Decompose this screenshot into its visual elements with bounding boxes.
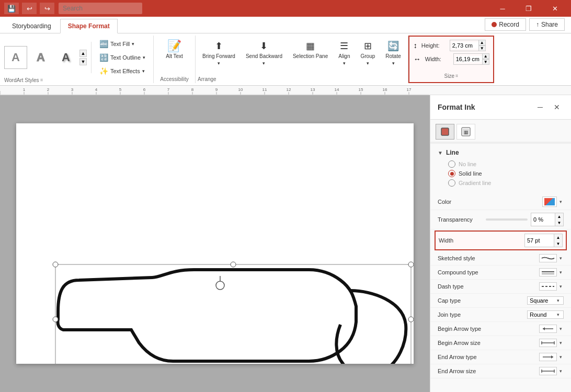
join-type-label: Join type: [438, 312, 527, 318]
close-button[interactable]: ✕: [543, 0, 567, 17]
search-input[interactable]: [59, 3, 142, 14]
svg-text:2: 2: [47, 87, 50, 92]
line-section-header[interactable]: ▼ Line: [438, 147, 564, 158]
transparency-down[interactable]: ▼: [555, 220, 563, 226]
color-box[interactable]: [542, 197, 557, 207]
selection-pane-button[interactable]: ▦ Selection Pane: [288, 38, 333, 62]
chevron-down-icon: ▾: [132, 41, 134, 47]
scroll-down-arrow[interactable]: ▼: [79, 58, 87, 65]
cap-type-select[interactable]: Square ▾: [527, 296, 564, 305]
transparency-input[interactable]: [531, 215, 555, 224]
line-section: ▼ Line No line Solid line Gradient line: [430, 144, 571, 194]
record-button[interactable]: Record: [485, 18, 526, 31]
end-arrow-size-label: End Arrow size: [438, 368, 539, 374]
width-input[interactable]: [456, 56, 482, 62]
begin-arrow-size-arrow[interactable]: ▾: [558, 340, 564, 345]
height-input[interactable]: [452, 42, 478, 49]
transparency-label: Transparency: [438, 216, 486, 223]
width-down[interactable]: ▼: [554, 240, 562, 247]
right-panel: Format Ink ─ ✕ ▦: [430, 95, 571, 392]
group-icon: ⊞: [364, 40, 372, 52]
join-type-select[interactable]: Round ▾: [527, 310, 564, 319]
join-type-row: Join type Round ▾: [430, 308, 571, 322]
rotate-button[interactable]: 🔄 Rotate ▾: [381, 38, 405, 68]
svg-text:9: 9: [215, 87, 218, 92]
compound-type-label: Compound type: [438, 269, 539, 275]
arrange-group: ⬆ Bring Forward ▾ ⬇ Send Backward ▾ ▦ Se…: [196, 36, 408, 83]
compound-icon[interactable]: [539, 268, 557, 276]
width-up-spinner[interactable]: ▲: [482, 53, 489, 59]
begin-arrow-type-control: ▾: [539, 325, 564, 333]
begin-arrow-type-row: Begin Arrow type ▾: [430, 322, 571, 336]
dash-arrow[interactable]: ▾: [558, 284, 564, 289]
scroll-up-arrow[interactable]: ▲: [79, 50, 87, 57]
svg-text:10: 10: [238, 87, 243, 92]
dash-type-control: ▾: [539, 282, 564, 291]
no-line-radio[interactable]: [448, 160, 455, 168]
panel-tab-fill[interactable]: [436, 124, 454, 140]
text-effects-button[interactable]: ✨ Text Effects ▾: [96, 65, 149, 77]
wordart-sample-plain[interactable]: A: [4, 46, 27, 69]
tab-shape-format[interactable]: Shape Format: [60, 19, 118, 33]
width-down-spinner[interactable]: ▼: [482, 59, 489, 65]
undo-icon[interactable]: ↩: [22, 3, 37, 14]
height-up-spinner[interactable]: ▲: [478, 40, 486, 45]
gradient-line-option[interactable]: Gradient line: [448, 179, 564, 187]
end-arrow-icon[interactable]: [539, 353, 557, 361]
restore-button[interactable]: ❐: [517, 0, 541, 17]
send-backward-button[interactable]: ⬇ Send Backward ▾: [241, 38, 287, 68]
send-backward-arrow: ▾: [262, 61, 265, 66]
end-arrow-size-control: ▾: [539, 367, 564, 375]
share-button[interactable]: ↑ Share: [529, 18, 565, 31]
begin-arrow-type-arrow[interactable]: ▾: [558, 326, 564, 331]
ribbon-tabs: Storyboarding Shape Format Record ↑ Shar…: [0, 17, 571, 33]
cap-type-arrow[interactable]: ▾: [555, 298, 561, 303]
height-down-spinner[interactable]: ▼: [478, 45, 486, 51]
solid-line-radio[interactable]: [448, 170, 455, 177]
compound-type-row: Compound type ▾: [430, 266, 571, 280]
align-button[interactable]: ☰ Align ▾: [334, 38, 355, 68]
minimize-button[interactable]: ─: [490, 0, 515, 17]
panel-collapse-button[interactable]: ─: [533, 100, 547, 114]
main-area: Format Ink ─ ✕ ▦: [0, 95, 571, 392]
title-bar-left: 💾 ↩ ↪: [4, 3, 142, 14]
gradient-line-radio[interactable]: [448, 179, 455, 187]
slide-canvas[interactable]: [16, 123, 414, 364]
panel-close-button[interactable]: ✕: [550, 100, 564, 114]
no-line-option[interactable]: No line: [448, 160, 564, 168]
wordart-sample-shadow[interactable]: A: [54, 46, 77, 69]
panel-tab-effects[interactable]: ▦: [456, 124, 475, 140]
join-type-arrow[interactable]: ▾: [555, 312, 561, 317]
text-outline-button[interactable]: 🔡 Text Outline ▾: [96, 51, 149, 64]
arrange-group-label: Arrange: [198, 76, 406, 83]
sketched-arrow[interactable]: ▾: [558, 256, 564, 261]
svg-rect-48: [441, 128, 449, 135]
alt-text-button[interactable]: 📝 Alt Text: [161, 38, 188, 62]
color-row: Color ▾: [430, 194, 571, 210]
sketched-icon[interactable]: [539, 254, 557, 262]
begin-arrow-icon[interactable]: [539, 325, 557, 333]
svg-point-44: [408, 317, 414, 322]
text-fill-button[interactable]: 🔤 Text Fill ▾: [96, 38, 149, 50]
title-bar-quick-access: 💾 ↩ ↪: [4, 3, 54, 14]
begin-arrow-size-icon[interactable]: [539, 339, 557, 347]
size-expand-icon[interactable]: ⌗: [455, 73, 458, 79]
end-arrow-type-arrow[interactable]: ▾: [558, 354, 564, 360]
wordart-sample-outline[interactable]: A: [29, 46, 52, 69]
redo-icon[interactable]: ↪: [40, 3, 54, 14]
wordart-expand-icon[interactable]: ⌗: [40, 77, 43, 83]
transparency-slider[interactable]: [486, 218, 528, 221]
bring-forward-button[interactable]: ⬆ Bring Forward ▾: [198, 38, 240, 68]
color-dropdown-arrow[interactable]: ▾: [558, 199, 564, 204]
end-arrow-size-arrow[interactable]: ▾: [558, 368, 564, 374]
width-input[interactable]: [525, 236, 554, 245]
tab-storyboarding[interactable]: Storyboarding: [4, 19, 59, 33]
transparency-up[interactable]: ▲: [555, 213, 563, 220]
group-button[interactable]: ⊞ Group ▾: [356, 38, 380, 68]
end-arrow-size-icon[interactable]: [539, 367, 557, 375]
width-up[interactable]: ▲: [554, 234, 562, 240]
compound-arrow[interactable]: ▾: [558, 270, 564, 275]
save-icon[interactable]: 💾: [4, 3, 19, 14]
dash-icon[interactable]: [539, 282, 557, 291]
solid-line-option[interactable]: Solid line: [448, 170, 564, 177]
